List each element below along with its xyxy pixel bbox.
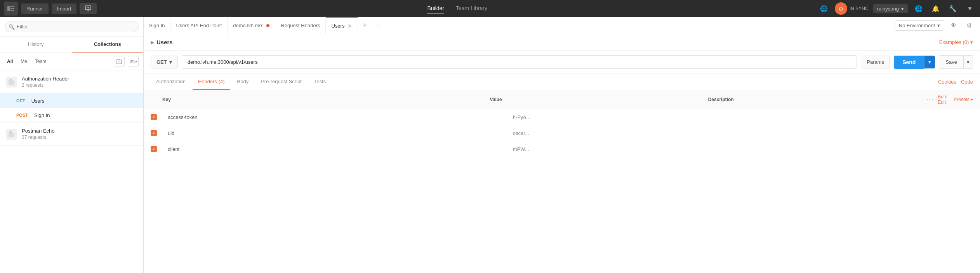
sync-badge: ⊙ IN SYNC xyxy=(835,2,869,15)
save-button[interactable]: Save xyxy=(939,55,964,69)
check-col: ✓ xyxy=(151,130,162,136)
import-button[interactable]: Import xyxy=(52,4,77,14)
checkbox-uid[interactable]: ✓ xyxy=(151,130,157,136)
globe-icon-btn[interactable]: 🌐 xyxy=(818,2,830,15)
req-tab-request-headers[interactable]: Request Headers xyxy=(275,17,326,34)
tab-tests[interactable]: Tests xyxy=(309,74,331,90)
header-value-uid[interactable]: oscar... xyxy=(513,130,743,136)
collection-name: Authorization Header xyxy=(22,76,137,82)
heart-icon-btn[interactable]: ♥ xyxy=(964,2,976,15)
add-tab-button[interactable]: + xyxy=(358,17,372,34)
checkbox-client[interactable]: ✓ xyxy=(151,146,157,152)
request-name-users: Users xyxy=(31,98,45,104)
eye-icon-btn[interactable]: 👁 xyxy=(947,19,960,32)
header-key-uid[interactable]: uid xyxy=(162,130,513,136)
expand-arrow[interactable]: ▶ xyxy=(151,40,154,45)
sort-btn[interactable]: ▾ xyxy=(128,56,139,67)
more-tabs-button[interactable]: ··· xyxy=(372,17,385,34)
req-tab-users-label: Users xyxy=(331,23,344,29)
checkbox-access-token[interactable]: ✓ xyxy=(151,114,157,120)
filter-team[interactable]: Team xyxy=(33,58,49,65)
sidebar-toggle[interactable] xyxy=(4,2,18,16)
sidebar-list: Authorization Header 2 requests GET User… xyxy=(0,70,143,273)
url-input[interactable] xyxy=(182,55,857,69)
req-tab-users-api[interactable]: Users API End Point xyxy=(170,17,228,34)
tab-pre-request[interactable]: Pre-request Script xyxy=(255,74,307,90)
req-tab-demo[interactable]: demo.lvh.me: xyxy=(228,17,275,34)
user-menu[interactable]: rainysong ▾ xyxy=(873,4,908,13)
sort-arrow: ▾ xyxy=(135,60,137,64)
tab-authorization[interactable]: Authorization xyxy=(151,74,191,90)
bulk-edit-link[interactable]: Bulk Edit xyxy=(938,94,950,105)
req-tab-users-api-label: Users API End Point xyxy=(176,23,222,28)
tab-body[interactable]: Body xyxy=(232,74,254,90)
collection-info-2: Postman Echo 37 requests xyxy=(22,128,137,140)
check-col: ✓ xyxy=(151,146,162,152)
header-value-client[interactable]: mPW... xyxy=(513,146,743,152)
request-item-sign-in[interactable]: POST Sign In xyxy=(0,108,143,122)
three-dots-icon[interactable]: ··· xyxy=(926,96,934,103)
svg-rect-3 xyxy=(10,10,14,11)
globe2-icon-btn[interactable]: 🌐 xyxy=(912,2,925,15)
runner-button[interactable]: Runner xyxy=(21,4,49,14)
req-tab-users[interactable]: Users ✕ xyxy=(326,17,358,34)
request-area: ▶ Users Examples (0) ▾ GET ▾ Params Send xyxy=(144,34,980,273)
new-collection-btn[interactable] xyxy=(114,56,125,67)
request-item-users[interactable]: GET Users xyxy=(0,94,143,108)
filter-all[interactable]: All xyxy=(5,58,15,65)
environment-select[interactable]: No Environment ▾ xyxy=(895,20,944,31)
wrench-icon-btn[interactable]: 🔧 xyxy=(947,2,959,15)
sidebar-icon xyxy=(7,5,14,12)
req-tab-sign-in[interactable]: Sign In xyxy=(144,17,170,34)
more-tabs-icon: ··· xyxy=(376,23,381,28)
sidebar-tabs: History Collections xyxy=(0,37,143,53)
settings-icon-btn[interactable]: ⚙ xyxy=(963,19,975,32)
col-value-header: Value xyxy=(490,97,708,102)
collection-name-2: Postman Echo xyxy=(22,128,137,134)
svg-rect-2 xyxy=(10,8,14,9)
request-name-sign-in: Sign In xyxy=(34,112,50,118)
params-button[interactable]: Params xyxy=(861,56,890,68)
collection-meta-2: 37 requests xyxy=(22,135,137,140)
tab-team-library[interactable]: Team Library xyxy=(456,4,487,14)
cookies-link[interactable]: Cookies xyxy=(938,79,956,85)
save-dropdown-button[interactable]: ▾ xyxy=(964,55,973,69)
new-tab-button[interactable] xyxy=(80,3,97,14)
method-tag-get: GET xyxy=(14,98,28,104)
tab-history[interactable]: History xyxy=(0,37,72,52)
close-tab-icon[interactable]: ✕ xyxy=(348,23,352,29)
send-dropdown-button[interactable]: ▾ xyxy=(924,56,935,68)
req-tab-demo-label: demo.lvh.me: xyxy=(233,23,263,28)
header-key-access-token[interactable]: access-token xyxy=(162,114,513,120)
examples-link[interactable]: Examples (0) ▾ xyxy=(939,39,973,45)
bell-icon-btn[interactable]: 🔔 xyxy=(930,2,942,15)
send-button[interactable]: Send xyxy=(894,56,924,69)
header-value-access-token[interactable]: h-Pyo... xyxy=(513,114,743,120)
user-dropdown-icon: ▾ xyxy=(901,6,904,12)
sidebar: 🔍 History Collections All Me Team xyxy=(0,17,144,273)
folder-icon xyxy=(9,79,15,85)
method-select[interactable]: GET ▾ xyxy=(151,56,178,68)
nav-center: Builder Team Library xyxy=(100,4,814,14)
collection-item-postman-echo[interactable]: Postman Echo 37 requests xyxy=(0,122,143,146)
headers-table-header: Key Value Description ··· Bulk Edit Pres… xyxy=(144,90,980,109)
svg-rect-1 xyxy=(10,6,14,7)
code-link[interactable]: Code xyxy=(961,79,973,85)
sidebar-filter-bar: All Me Team ▾ xyxy=(0,53,143,70)
filter-me[interactable]: Me xyxy=(18,58,30,65)
tab-bar: Sign In Users API End Point demo.lvh.me:… xyxy=(144,17,980,34)
request-title: ▶ Users xyxy=(151,39,173,46)
tab-collections[interactable]: Collections xyxy=(72,37,144,52)
presets-link[interactable]: Presets ▾ xyxy=(954,97,973,102)
search-wrapper: 🔍 xyxy=(5,21,139,32)
sidebar-search-area: 🔍 xyxy=(0,17,143,37)
tab-builder[interactable]: Builder xyxy=(427,4,444,14)
add-tab-icon: + xyxy=(363,21,367,30)
sync-icon: ⊙ xyxy=(835,2,847,15)
table-row: ✓ client mPW... xyxy=(144,141,980,157)
filter-input[interactable] xyxy=(5,21,139,32)
collection-item-authorization-header[interactable]: Authorization Header 2 requests xyxy=(0,70,143,94)
header-key-client[interactable]: client xyxy=(162,146,513,152)
save-btn-group: Save ▾ xyxy=(939,55,973,69)
tab-headers[interactable]: Headers (4) xyxy=(193,74,230,90)
